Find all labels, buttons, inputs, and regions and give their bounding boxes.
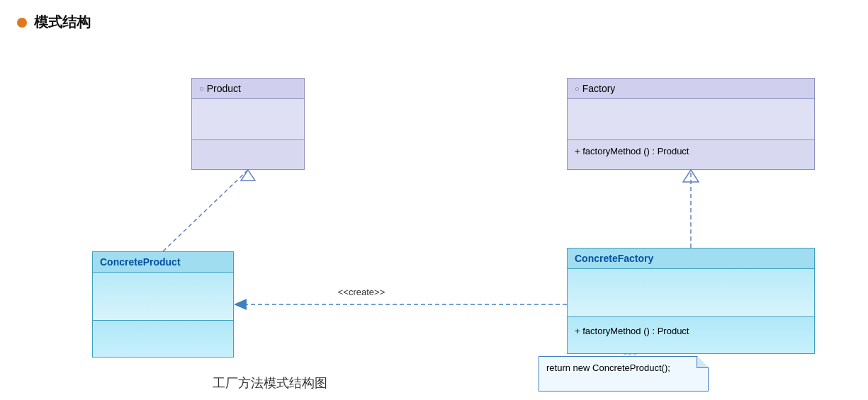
note-box: return new ConcreteProduct(); — [539, 356, 709, 392]
svg-marker-3 — [683, 170, 699, 182]
product-class-box: ○ Product — [191, 78, 305, 170]
concrete-factory-header: ConcreteFactory — [568, 248, 814, 269]
concrete-product-body2 — [93, 320, 233, 357]
concrete-product-body1 — [93, 273, 233, 320]
factory-class-box: ○ Factory + factoryMethod () : Product — [567, 78, 815, 170]
orange-dot — [17, 18, 27, 28]
factory-method: + factoryMethod () : Product — [568, 139, 814, 169]
diagram-area: ○ Product ○ Factory + factoryMethod () :… — [0, 39, 868, 400]
product-body1 — [192, 99, 304, 139]
note-corner — [697, 357, 708, 368]
note-code: return new ConcreteProduct(); — [546, 362, 670, 373]
product-body2 — [192, 139, 304, 169]
factory-name: Factory — [582, 83, 616, 94]
concrete-factory-name: ConcreteFactory — [575, 253, 653, 264]
concrete-factory-body1 — [568, 269, 814, 316]
product-interface-symbol: ○ — [199, 84, 204, 93]
concrete-factory-method: + factoryMethod () : Product — [568, 316, 814, 353]
product-header: ○ Product — [192, 79, 304, 99]
concrete-factory-class-box: ConcreteFactory + factoryMethod () : Pro… — [567, 248, 815, 354]
product-name: Product — [207, 83, 241, 94]
concrete-product-name: ConcreteProduct — [100, 256, 181, 268]
page-title: 模式结构 — [0, 0, 868, 39]
factory-body1 — [568, 99, 814, 139]
svg-marker-5 — [234, 299, 247, 310]
svg-marker-1 — [241, 170, 255, 181]
factory-header: ○ Factory — [568, 79, 814, 99]
title-text: 模式结构 — [34, 13, 91, 32]
concrete-product-header: ConcreteProduct — [93, 252, 233, 273]
concrete-product-class-box: ConcreteProduct — [92, 251, 234, 358]
svg-text:<<create>>: <<create>> — [338, 287, 385, 297]
factory-interface-symbol: ○ — [575, 84, 580, 93]
diagram-caption: 工厂方法模式结构图 — [213, 375, 327, 392]
svg-line-0 — [163, 170, 248, 251]
